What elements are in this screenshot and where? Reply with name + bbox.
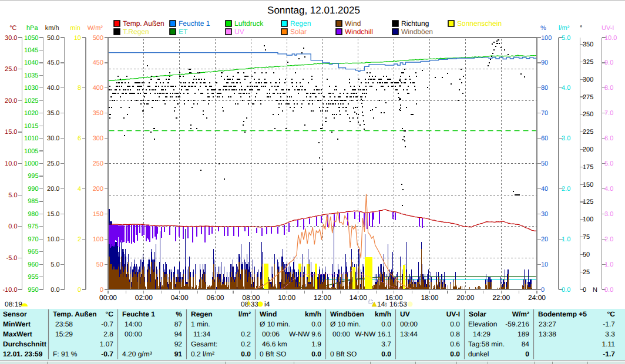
- svg-text:100: 100: [541, 35, 552, 42]
- svg-text:6: 6: [78, 135, 81, 142]
- svg-text:22:00: 22:00: [492, 294, 510, 302]
- svg-text:955: 955: [28, 274, 38, 281]
- svg-text:23:27: 23:27: [539, 320, 556, 328]
- svg-text:20: 20: [541, 236, 548, 243]
- svg-text:Windchill: Windchill: [345, 28, 373, 36]
- svg-text:350: 350: [93, 110, 103, 117]
- svg-text:Feuchte 1: Feuchte 1: [122, 310, 155, 318]
- svg-text:20.0: 20.0: [5, 97, 17, 105]
- svg-text:14:00: 14:00: [350, 294, 367, 302]
- svg-text:UV-I: UV-I: [602, 25, 614, 32]
- svg-text:Tag:58 min.: Tag:58 min.: [468, 340, 505, 348]
- svg-text:0.0: 0.0: [562, 287, 570, 294]
- svg-text:1.0: 1.0: [604, 261, 613, 268]
- svg-text:35.0: 35.0: [47, 110, 59, 117]
- svg-text:3.7: 3.7: [381, 340, 391, 348]
- svg-text:MinWert: MinWert: [3, 320, 31, 328]
- svg-text:92: 92: [174, 340, 183, 348]
- svg-text:0 Bft SO: 0 Bft SO: [330, 350, 357, 358]
- svg-text:2.8: 2.8: [103, 330, 113, 338]
- svg-text:04:00: 04:00: [171, 294, 189, 302]
- svg-text:ET: ET: [179, 28, 188, 36]
- svg-text:40: 40: [541, 186, 548, 193]
- svg-text:1035: 1035: [24, 72, 38, 79]
- svg-text:25.0: 25.0: [5, 66, 17, 73]
- svg-text:980: 980: [28, 211, 38, 218]
- svg-text:0: 0: [525, 350, 529, 358]
- svg-text:3.0: 3.0: [604, 211, 613, 218]
- svg-text:995: 995: [28, 173, 38, 180]
- svg-text:15.0: 15.0: [47, 211, 59, 218]
- svg-text:Elevation: Elevation: [468, 320, 497, 328]
- svg-text:1 min.: 1 min.: [191, 320, 210, 328]
- svg-text:150: 150: [583, 181, 593, 188]
- svg-text:275: 275: [583, 94, 593, 101]
- svg-text:5.0: 5.0: [51, 261, 59, 268]
- svg-text:min: min: [70, 25, 80, 32]
- svg-text:7.0: 7.0: [604, 110, 613, 117]
- svg-text:30.0: 30.0: [5, 35, 17, 42]
- svg-text:Ø 10 min.: Ø 10 min.: [260, 320, 290, 328]
- svg-text:1050: 1050: [24, 35, 38, 42]
- svg-text:30: 30: [541, 211, 548, 218]
- svg-text:Regen: Regen: [290, 19, 311, 28]
- svg-text:0: 0: [100, 287, 103, 294]
- svg-text:-1.7: -1.7: [603, 320, 615, 328]
- svg-text:0.0: 0.0: [381, 320, 391, 328]
- svg-text:14:00: 14:00: [125, 320, 142, 328]
- svg-text:1040: 1040: [24, 59, 38, 66]
- svg-text:50: 50: [583, 251, 590, 258]
- svg-text:°C: °C: [9, 25, 16, 32]
- svg-text:10.0: 10.0: [5, 160, 17, 167]
- svg-text:Gesamt:: Gesamt:: [191, 340, 217, 348]
- svg-text:350: 350: [583, 41, 593, 48]
- svg-text:0: 0: [583, 287, 586, 294]
- svg-text:25.0: 25.0: [47, 160, 59, 167]
- svg-text:125: 125: [583, 198, 593, 205]
- svg-text:5.0: 5.0: [8, 192, 17, 199]
- svg-text:100: 100: [93, 236, 103, 243]
- svg-text:06:00: 06:00: [206, 294, 224, 302]
- svg-text:90: 90: [541, 59, 548, 66]
- svg-text:1010: 1010: [24, 135, 38, 142]
- svg-text:Ø 10 min.: Ø 10 min.: [330, 320, 361, 328]
- svg-text:4.0: 4.0: [562, 85, 570, 92]
- svg-text:UV: UV: [234, 28, 244, 36]
- svg-text:24:00: 24:00: [528, 294, 546, 302]
- svg-text:N: N: [593, 287, 597, 294]
- svg-text:0.0: 0.0: [311, 350, 321, 358]
- svg-text:175: 175: [583, 164, 593, 171]
- svg-text:975: 975: [28, 223, 38, 230]
- svg-text:4: 4: [78, 186, 81, 193]
- svg-text:25: 25: [583, 269, 590, 276]
- svg-text:0.0: 0.0: [51, 287, 59, 294]
- svg-text:970: 970: [28, 236, 38, 243]
- svg-text:50: 50: [541, 160, 548, 167]
- svg-text:5.0: 5.0: [562, 35, 570, 42]
- svg-text:0.2: 0.2: [241, 340, 251, 348]
- svg-text:Wind: Wind: [260, 310, 277, 318]
- svg-text:12.01. 23:59: 12.01. 23:59: [3, 350, 43, 358]
- svg-text:0.0: 0.0: [450, 350, 460, 358]
- svg-text:1.11: 1.11: [602, 340, 616, 348]
- svg-text:500: 500: [93, 35, 103, 42]
- svg-text:00:00: 00:00: [332, 330, 350, 338]
- svg-text:40.0: 40.0: [47, 85, 59, 92]
- svg-text:Luftdruck: Luftdruck: [234, 19, 264, 28]
- svg-text:1025: 1025: [24, 97, 38, 105]
- svg-text:1015: 1015: [24, 123, 38, 130]
- svg-text:250: 250: [93, 160, 103, 167]
- svg-text:%: %: [176, 310, 182, 318]
- svg-text:l/m²: l/m²: [559, 25, 570, 32]
- svg-text:1.9: 1.9: [311, 340, 321, 348]
- svg-text:Feuchte 1: Feuchte 1: [179, 19, 210, 28]
- svg-text:950: 950: [28, 287, 38, 294]
- svg-text:0.6: 0.6: [450, 340, 460, 348]
- svg-text:W-NW 9.6: W-NW 9.6: [289, 330, 321, 338]
- svg-text:-0.7: -0.7: [101, 320, 113, 328]
- svg-text:50.0: 50.0: [47, 35, 59, 42]
- svg-text:02:00: 02:00: [135, 294, 153, 302]
- svg-text:l/m²: l/m²: [238, 310, 251, 318]
- svg-text:189: 189: [518, 330, 529, 338]
- svg-text:15:29: 15:29: [55, 330, 73, 338]
